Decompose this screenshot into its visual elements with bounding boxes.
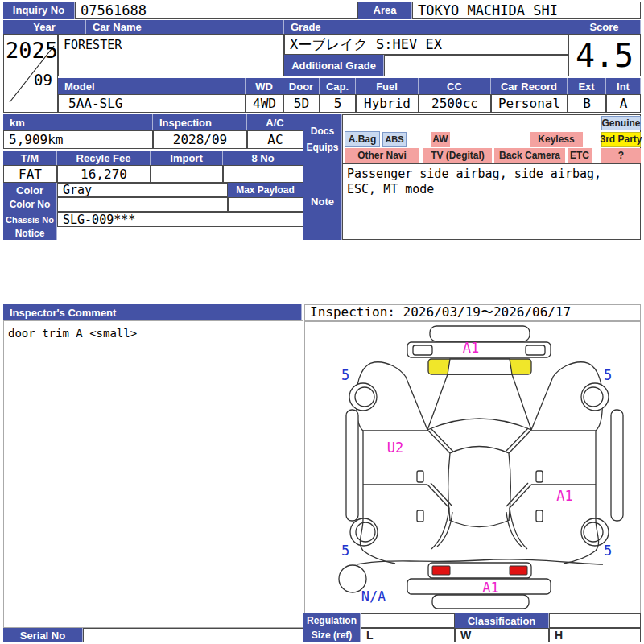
dashboard-arc <box>450 447 509 454</box>
color-no-header: Color No <box>3 197 57 212</box>
size-w-cell: W <box>455 628 549 642</box>
badge-genuine: Genuine <box>601 116 641 130</box>
score-header: Score <box>568 20 641 34</box>
size-ref-header: Size (ref) <box>303 628 361 642</box>
cc-value: 2500cc <box>419 94 491 113</box>
damage-front-right-wheel: 5 <box>598 367 617 383</box>
additional-grade-value <box>384 55 568 76</box>
auction-sheet: Inquiry No 07561688 Area TOKYO MACHIDA S… <box>0 0 644 644</box>
tm-header: T/M <box>3 151 57 165</box>
km-header: km <box>3 114 153 130</box>
import-header: Import <box>151 151 223 165</box>
badge-airbag: A.Bag <box>345 131 380 147</box>
badge-keyless: Keyless <box>530 132 583 147</box>
badge-back-camera: Back Camera <box>494 148 565 163</box>
inspection-value: 2028/09 <box>153 130 247 149</box>
damage-rear-bumper: A1 <box>473 580 509 596</box>
classification-header: Classification <box>455 613 549 628</box>
car-record-header: Car Record <box>491 78 568 94</box>
sill-left <box>346 410 358 521</box>
int-value: A <box>606 94 641 113</box>
headlight-left <box>413 345 432 355</box>
fuel-header: Fuel <box>356 78 419 94</box>
front-right-wheel <box>581 383 609 411</box>
badge-other-navi: Other Navi <box>345 148 419 163</box>
max-payload-value <box>228 197 303 212</box>
km-value: 5,909km <box>3 130 153 149</box>
model-header: Model <box>58 78 246 94</box>
grade-header: Grade <box>284 20 568 34</box>
badge-abs: ABS <box>382 132 407 147</box>
docs-label: Docs <box>311 126 334 137</box>
serial-no-header: Serial No <box>3 628 83 642</box>
damage-front-left-door: U2 <box>379 440 411 456</box>
door-handle-rl <box>417 510 423 522</box>
serial-no-value <box>83 628 303 642</box>
inspection-header: Inspection <box>153 114 247 130</box>
badge-3rd-party: 3rd Party <box>601 132 641 147</box>
classification-value <box>549 613 641 628</box>
inspector-comment-header: Inspector's Comment <box>3 304 302 320</box>
car-name-value: FORESTER <box>58 34 284 76</box>
badge-tv-digital: TV (Degital) <box>423 148 492 163</box>
ac-header: A/C <box>247 114 303 130</box>
year-value: 2025 <box>6 38 58 63</box>
tm-value: FAT <box>3 165 57 183</box>
eight-no-header: 8 No <box>223 151 303 165</box>
badge-etc: ETC <box>568 148 592 163</box>
car-diagram-panel: A1 5 5 U2 A1 5 5 A1 N/A <box>304 321 641 613</box>
inspection-range: Inspection: 2026/03/19〜2026/06/17 <box>304 304 641 321</box>
note-value: Passenger side airbag, side airbag, ESC,… <box>342 163 641 240</box>
additional-grade-label: Additional Grade <box>284 55 384 76</box>
note-label: Note <box>303 163 342 240</box>
month-value: 09 <box>34 71 52 89</box>
rear-bottom-plate <box>432 595 529 609</box>
door-handle-fr <box>536 471 543 482</box>
equips-label: Equips <box>306 142 338 153</box>
damage-spare-tire: N/A <box>355 588 392 605</box>
chassis-no-value: SLG-009*** <box>57 212 303 227</box>
door-value: 5D <box>283 94 320 113</box>
ext-value: B <box>568 94 606 113</box>
damage-rear-right-door: A1 <box>547 488 583 504</box>
color-header: Color <box>3 183 57 197</box>
chassis-no-header: Chassis No <box>3 212 57 227</box>
door-header: Door <box>283 78 320 94</box>
ext-header: Ext <box>568 78 606 94</box>
cap-header: Cap. <box>320 78 356 94</box>
notice-header: Notice <box>3 227 57 240</box>
inspector-comment-box: door trim A <small> <box>3 320 303 628</box>
docs-equips-label: Docs Equips <box>303 114 342 163</box>
damage-front-bumper: A1 <box>448 340 493 356</box>
headlight-right <box>526 345 545 355</box>
year-header: Year <box>3 20 86 34</box>
size-h-cell: H <box>549 628 641 642</box>
cc-header: CC <box>419 78 491 94</box>
int-header: Int <box>606 78 641 94</box>
tail-light-right <box>510 566 527 575</box>
car-name-header: Car Name <box>86 20 284 34</box>
windshield-center <box>448 359 512 374</box>
max-payload-header: Max Payload <box>228 183 303 197</box>
damage-front-left-wheel: 5 <box>336 367 355 383</box>
size-l-cell: L <box>361 628 455 642</box>
grade-value: Xーブレイク S:HEV EX <box>284 34 568 55</box>
tail-light-left <box>432 566 450 575</box>
import-value <box>151 165 223 183</box>
badge-unknown: ? <box>601 148 641 163</box>
badge-aw: AW <box>431 132 450 147</box>
door-handle-fl <box>417 471 423 482</box>
score-value: 4.5 <box>568 34 641 76</box>
door-handle-rr <box>536 510 543 522</box>
color-value: Gray <box>57 183 228 197</box>
ac-value: AC <box>247 130 303 149</box>
area-value: TOKYO MACHIDA SHI <box>412 2 641 19</box>
car-diagram <box>305 322 640 613</box>
sill-right <box>611 410 623 521</box>
regulation-value <box>361 613 455 628</box>
recycle-fee-value: 16,270 <box>57 165 151 183</box>
inquiry-no-value: 07561688 <box>75 2 358 19</box>
rear-window-arc <box>449 520 510 527</box>
windshield-top-arc <box>427 419 531 430</box>
wd-value: 4WD <box>246 94 283 113</box>
